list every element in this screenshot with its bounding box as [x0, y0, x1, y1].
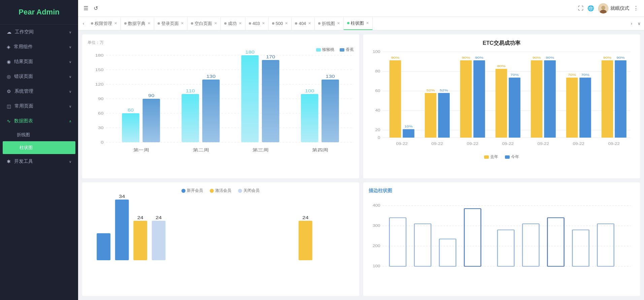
- tab-close-quanxian[interactable]: ✕: [114, 21, 117, 26]
- svg-text:60: 60: [128, 108, 134, 112]
- svg-text:52%: 52%: [440, 88, 448, 92]
- chart3-svg: 34 24 24 24: [88, 196, 354, 277]
- chart4-svg: 400 300 200 100: [369, 197, 635, 277]
- more-icon[interactable]: ⋮: [633, 5, 639, 11]
- svg-text:40: 40: [375, 108, 380, 112]
- tab-barchart[interactable]: 柱状图 ✕: [344, 17, 373, 30]
- fullscreen-icon[interactable]: ⛶: [578, 5, 583, 11]
- sidebar-item-commonpage[interactable]: ◫ 常用页面 ∨: [0, 99, 78, 114]
- etc-legend-this-label: 今年: [511, 154, 519, 160]
- sidebar-sub-linechart[interactable]: 折线图: [0, 128, 78, 141]
- svg-text:100: 100: [305, 89, 314, 93]
- sidebar-item-result[interactable]: ◉ 结果页面 ∨: [0, 54, 78, 69]
- tab-close-linechart[interactable]: ✕: [337, 21, 340, 26]
- tab-500[interactable]: 500 ✕: [269, 17, 292, 30]
- tab-label-404: 404: [299, 21, 306, 26]
- svg-text:09-22: 09-22: [608, 142, 620, 146]
- svg-rect-71: [601, 60, 613, 138]
- sidebar-item-components[interactable]: ◈ 常用组件 ∨: [0, 39, 78, 54]
- datacharts-icon: ∿: [7, 118, 11, 124]
- tab-datadic[interactable]: 数据字典 ✕: [121, 17, 154, 30]
- svg-text:90: 90: [148, 93, 154, 98]
- tab-label-success: 成功: [228, 21, 237, 27]
- svg-text:100: 100: [372, 50, 380, 54]
- sidebar-item-devtools[interactable]: ✱ 开发工具 ∨: [0, 154, 78, 169]
- tab-dot-barchart: [347, 22, 349, 24]
- svg-text:第三周: 第三周: [252, 148, 269, 152]
- sidebar-sub-barchart[interactable]: 柱状图: [3, 141, 75, 154]
- etc-chart-title: ETC交易成功率: [369, 40, 635, 47]
- tabs-container: 权限管理 ✕ 数据字典 ✕ 登录页面 ✕ 空白页面 ✕ 成功 ✕: [88, 17, 628, 30]
- svg-text:60: 60: [375, 89, 380, 93]
- tab-next-btn[interactable]: ›: [628, 17, 636, 30]
- refresh-icon[interactable]: ↺: [94, 5, 98, 11]
- svg-rect-95: [439, 239, 455, 266]
- svg-text:200: 200: [372, 244, 380, 248]
- svg-text:09-22: 09-22: [431, 142, 443, 146]
- tab-label-quanxian: 权限管理: [95, 21, 112, 27]
- tab-404[interactable]: 404 ✕: [292, 17, 315, 30]
- tab-close-403[interactable]: ✕: [262, 21, 265, 26]
- tab-success[interactable]: 成功 ✕: [221, 17, 245, 30]
- svg-rect-61: [531, 60, 542, 138]
- tab-expand-btn[interactable]: ∨: [636, 21, 643, 26]
- svg-rect-63: [544, 60, 556, 138]
- bar-w1-kiwi: [122, 113, 139, 142]
- tab-close-500[interactable]: ✕: [285, 21, 288, 26]
- topbar-right: ⛶ 🌐 就眠仪式 ⋮: [578, 3, 639, 13]
- chart1-svg: 180 150 120 90 60 30 0 60 90 第一周: [88, 55, 354, 156]
- tab-close-success[interactable]: ✕: [239, 21, 242, 26]
- svg-text:90%: 90%: [616, 56, 625, 59]
- tab-prev-btn[interactable]: ‹: [79, 17, 88, 30]
- devtools-icon: ✱: [7, 159, 11, 164]
- svg-text:180: 180: [95, 53, 104, 58]
- etc-legend-last-color: [484, 155, 489, 159]
- legend-banana-color: [340, 48, 344, 52]
- chart1-unit: 单位：万: [88, 40, 354, 46]
- svg-rect-76: [115, 200, 129, 260]
- svg-text:130: 130: [326, 74, 335, 79]
- svg-rect-80: [152, 221, 166, 260]
- sidebar-item-error[interactable]: ◎ 错误页面 ∨: [0, 69, 78, 84]
- tab-close-datadic[interactable]: ✕: [147, 21, 150, 26]
- legend-closed-member: 关闭会员: [238, 188, 260, 193]
- components-arrow: ∨: [69, 45, 71, 49]
- menu-toggle-icon[interactable]: ☰: [83, 5, 88, 11]
- member-legend: 新开会员 激活会员 关闭会员: [88, 188, 354, 193]
- svg-text:09-22: 09-22: [467, 142, 478, 146]
- globe-icon[interactable]: 🌐: [587, 5, 594, 11]
- tab-close-login[interactable]: ✕: [181, 21, 184, 26]
- svg-text:24: 24: [137, 215, 143, 220]
- svg-text:0: 0: [101, 140, 103, 145]
- svg-rect-48: [438, 93, 450, 138]
- legend-closed-label: 关闭会员: [243, 188, 260, 193]
- sidebar-item-datacharts[interactable]: ∿ 数据图表 ∧: [0, 114, 78, 128]
- sidebar-item-sysmanage[interactable]: ⚙ 系统管理 ∨: [0, 84, 78, 99]
- tab-blank[interactable]: 空白页面 ✕: [188, 17, 221, 30]
- tab-quanxian[interactable]: 权限管理 ✕: [88, 17, 121, 30]
- svg-rect-82: [97, 233, 110, 260]
- user-menu[interactable]: 就眠仪式: [598, 3, 629, 13]
- tab-login[interactable]: 登录页面 ✕: [154, 17, 188, 30]
- tab-dot-linechart: [318, 22, 320, 25]
- legend-new-member: 新开会员: [181, 188, 203, 193]
- svg-text:120: 120: [95, 82, 104, 87]
- tab-close-blank[interactable]: ✕: [214, 21, 217, 26]
- tab-dot-500: [272, 22, 274, 25]
- svg-text:110: 110: [186, 89, 195, 93]
- svg-text:90%: 90%: [475, 56, 483, 59]
- commonpage-icon: ◫: [7, 103, 11, 109]
- svg-text:400: 400: [372, 203, 380, 207]
- svg-text:90: 90: [98, 97, 104, 101]
- tab-dot-datadic: [124, 22, 127, 25]
- bar-w4-kiwi: [301, 94, 318, 142]
- svg-text:0: 0: [378, 136, 380, 140]
- tab-dot-blank: [191, 22, 193, 25]
- tab-close-404[interactable]: ✕: [308, 21, 311, 26]
- tab-close-barchart[interactable]: ✕: [366, 21, 369, 25]
- tab-403[interactable]: 403 ✕: [245, 17, 269, 30]
- svg-rect-100: [572, 230, 589, 266]
- tab-linechart[interactable]: 折线图 ✕: [315, 17, 344, 30]
- topbar: ☰ ↺ ⛶ 🌐 就眠仪式 ⋮: [78, 0, 644, 17]
- sidebar-item-workspace[interactable]: ☁ 工作空间 ∨: [0, 25, 78, 39]
